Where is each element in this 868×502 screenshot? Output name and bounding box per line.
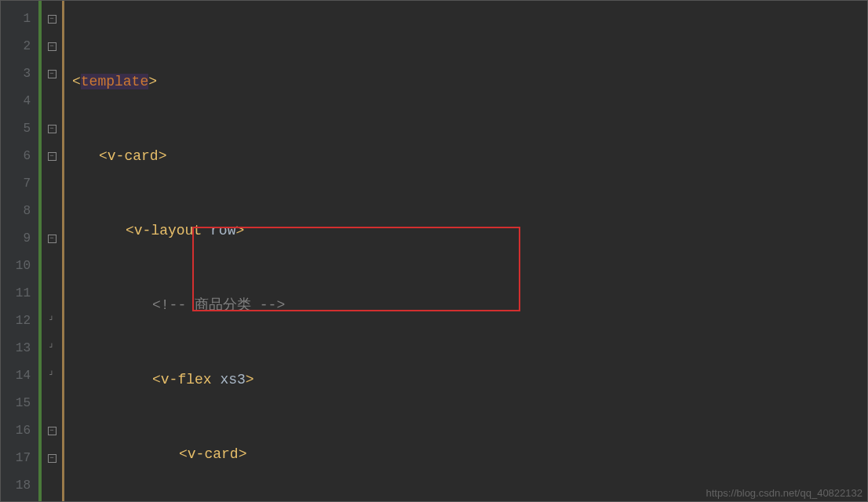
fold-end: ┘ xyxy=(42,335,62,362)
tag-v-card: v-card xyxy=(188,446,239,462)
watermark: https://blog.csdn.net/qq_40822132 xyxy=(706,487,863,499)
line-number[interactable]: 14 xyxy=(1,362,31,390)
line-number[interactable]: 12 xyxy=(1,307,31,335)
line-number[interactable]: 6 xyxy=(1,143,31,170)
line-number[interactable]: 7 xyxy=(1,170,31,198)
line-number[interactable]: 15 xyxy=(1,390,31,417)
line-number[interactable]: 2 xyxy=(1,33,31,60)
tag-v-flex: v-flex xyxy=(161,372,212,387)
line-number[interactable]: 1 xyxy=(1,5,31,33)
fold-end: ┘ xyxy=(42,362,62,390)
fold-end: ┘ xyxy=(42,307,62,335)
tag-v-card: v-card xyxy=(108,148,159,164)
fold-toggle[interactable]: − xyxy=(42,417,62,445)
line-number[interactable]: 9 xyxy=(1,225,31,253)
code-area[interactable]: <template> <v-card> <v-layout row> <!-- … xyxy=(64,1,867,501)
line-number[interactable]: 5 xyxy=(1,115,31,143)
line-number[interactable]: 3 xyxy=(1,60,31,88)
line-number[interactable]: 4 xyxy=(1,88,31,115)
fold-toggle[interactable]: − xyxy=(42,143,62,170)
fold-toggle[interactable]: − xyxy=(42,445,62,472)
line-number[interactable]: 8 xyxy=(1,198,31,225)
tag-template: template xyxy=(81,74,148,89)
line-number[interactable]: 10 xyxy=(1,253,31,280)
line-number-gutter: 1 2 3 4 5 6 7 8 9 10 11 12 13 14 15 16 1… xyxy=(1,1,38,501)
line-number[interactable]: 11 xyxy=(1,280,31,307)
fold-toggle[interactable]: − xyxy=(42,60,62,88)
fold-toggle[interactable]: − xyxy=(42,33,62,60)
code-editor: 1 2 3 4 5 6 7 8 9 10 11 12 13 14 15 16 1… xyxy=(1,1,867,501)
line-number[interactable]: 17 xyxy=(1,445,31,472)
fold-toggle[interactable]: − xyxy=(42,5,62,33)
tag-v-layout: v-layout xyxy=(134,223,202,238)
line-number[interactable]: 13 xyxy=(1,335,31,362)
fold-toggle[interactable]: − xyxy=(42,115,62,143)
fold-gutter: − − − − − − ┘ ┘ ┘ − − xyxy=(38,1,62,501)
line-number[interactable]: 18 xyxy=(1,472,31,500)
comment: <!-- 商品分类 --> xyxy=(152,292,285,319)
fold-toggle[interactable]: − xyxy=(42,225,62,253)
line-number[interactable]: 16 xyxy=(1,417,31,445)
